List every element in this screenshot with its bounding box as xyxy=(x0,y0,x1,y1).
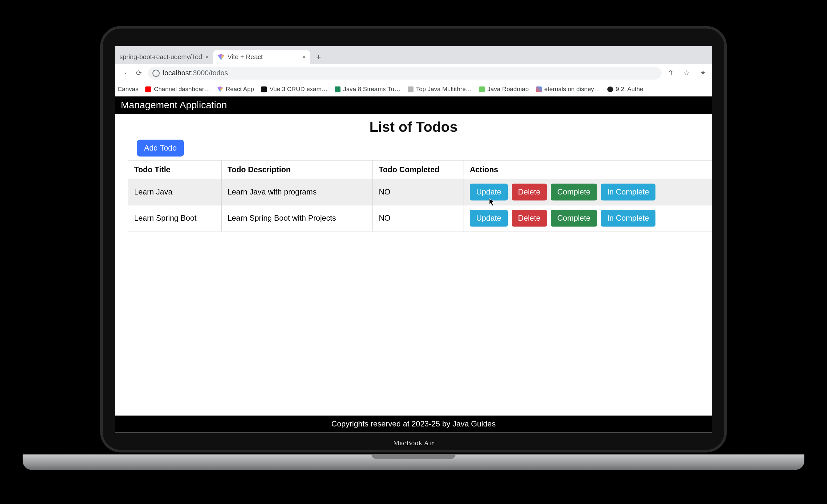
incomplete-button[interactable]: In Complete xyxy=(601,184,655,200)
bookmark-label: Vue 3 CRUD exam… xyxy=(270,86,328,93)
bookmark-label: 9.2. Authe xyxy=(616,86,643,93)
new-tab-button[interactable]: + xyxy=(312,50,325,63)
column-header-title: Todo Title xyxy=(128,161,222,179)
table-row: Learn Spring BootLearn Spring Boot with … xyxy=(128,205,712,231)
bookmark-label: React App xyxy=(226,86,254,93)
extensions-icon[interactable]: ✦ xyxy=(697,67,709,79)
bookmark-item[interactable]: Java Roadmap xyxy=(479,86,529,93)
bookmarks-bar: Canvas Channel dashboar… React App Vue 3… xyxy=(115,82,712,96)
bookmark-item[interactable]: Java 8 Streams Tu… xyxy=(335,86,400,93)
browser-tab-active[interactable]: Vite + React × xyxy=(213,50,310,64)
bookmark-label: Channel dashboar… xyxy=(154,86,210,93)
cell-completed: NO xyxy=(373,179,464,205)
page-title: List of Todos xyxy=(115,119,712,135)
laptop-frame: spring-boot-react-udemy/Tod × Vite + Rea… xyxy=(100,26,727,452)
chart-icon xyxy=(536,86,542,92)
youtube-icon xyxy=(145,86,151,92)
delete-button[interactable]: Delete xyxy=(512,184,547,200)
browser-toolbar: → ⟳ i localhost:3000/todos ⇧ ☆ ✦ xyxy=(115,64,712,82)
laptop-base xyxy=(22,454,805,470)
star-icon[interactable]: ☆ xyxy=(681,67,693,79)
bookmark-item[interactable]: Top Java Multithre… xyxy=(408,86,472,93)
cell-title: Learn Java xyxy=(128,179,222,205)
screen: spring-boot-react-udemy/Tod × Vite + Rea… xyxy=(115,46,712,432)
bookmark-label: eternals on disney… xyxy=(544,86,600,93)
address-bar[interactable]: i localhost:3000/todos xyxy=(148,66,662,80)
share-icon[interactable]: ⇧ xyxy=(665,67,676,79)
column-header-description: Todo Description xyxy=(222,161,373,179)
bookmark-label: Java Roadmap xyxy=(487,86,529,93)
page-content: List of Todos Add Todo Todo Title Todo D… xyxy=(115,114,712,415)
complete-button[interactable]: Complete xyxy=(551,184,597,200)
bookmark-icon xyxy=(408,86,414,92)
tab-strip: spring-boot-react-udemy/Tod × Vite + Rea… xyxy=(115,46,712,64)
close-icon[interactable]: × xyxy=(205,54,209,60)
browser-tab-inactive[interactable]: spring-boot-react-udemy/Tod × xyxy=(115,50,213,64)
bookmark-label: Java 8 Streams Tu… xyxy=(343,86,400,93)
update-button[interactable]: Update xyxy=(470,210,507,226)
bookmark-label: Top Java Multithre… xyxy=(416,86,472,93)
bookmark-icon xyxy=(607,86,613,92)
column-header-actions: Actions xyxy=(464,161,712,179)
bookmark-label: Canvas xyxy=(117,86,138,93)
bookmark-item[interactable]: 9.2. Authe xyxy=(607,86,643,93)
cell-title: Learn Spring Boot xyxy=(128,205,222,231)
app-footer: Copyrights reserved at 2023-25 by Java G… xyxy=(115,415,712,432)
vite-icon xyxy=(217,86,223,92)
site-info-icon[interactable]: i xyxy=(152,69,159,77)
cell-actions: UpdateDeleteCompleteIn Complete xyxy=(464,179,712,205)
forward-button[interactable]: → xyxy=(118,67,130,79)
bookmark-item[interactable]: Vue 3 CRUD exam… xyxy=(261,86,328,93)
app-header-title: Management Application xyxy=(121,100,227,110)
app-header: Management Application xyxy=(115,96,712,114)
browser-window: spring-boot-react-udemy/Tod × Vite + Rea… xyxy=(115,46,712,432)
bookmark-item[interactable]: eternals on disney… xyxy=(536,86,600,93)
bookmark-icon xyxy=(261,86,267,92)
bookmark-icon xyxy=(479,86,485,92)
vite-icon xyxy=(218,54,224,60)
bookmark-item[interactable]: Canvas xyxy=(117,86,138,93)
cell-actions: UpdateDeleteCompleteIn Complete xyxy=(464,205,712,231)
reload-button[interactable]: ⟳ xyxy=(133,67,145,79)
update-button[interactable]: Update xyxy=(470,184,507,200)
table-row: Learn JavaLearn Java with programsNOUpda… xyxy=(128,179,712,205)
tab-title: Vite + React xyxy=(228,53,299,61)
bookmark-icon xyxy=(335,86,340,92)
column-header-completed: Todo Completed xyxy=(373,161,464,179)
cell-completed: NO xyxy=(373,205,464,231)
todos-table: Todo Title Todo Description Todo Complet… xyxy=(128,160,712,231)
add-todo-button[interactable]: Add Todo xyxy=(137,140,184,156)
cell-description: Learn Java with programs xyxy=(222,179,373,205)
bookmark-item[interactable]: Channel dashboar… xyxy=(145,86,210,93)
footer-text: Copyrights reserved at 2023-25 by Java G… xyxy=(332,419,495,428)
device-brand: MacBook Air xyxy=(103,439,724,447)
incomplete-button[interactable]: In Complete xyxy=(601,210,655,226)
app-page: Management Application List of Todos Add… xyxy=(115,96,712,432)
laptop-notch xyxy=(372,454,455,459)
delete-button[interactable]: Delete xyxy=(512,210,547,226)
close-icon[interactable]: × xyxy=(302,54,306,60)
url-host: localhost:3000/todos xyxy=(163,69,228,77)
cell-description: Learn Spring Boot with Projects xyxy=(222,205,373,231)
complete-button[interactable]: Complete xyxy=(551,210,597,226)
bookmark-item[interactable]: React App xyxy=(217,86,254,93)
tab-title: spring-boot-react-udemy/Tod xyxy=(119,53,202,61)
